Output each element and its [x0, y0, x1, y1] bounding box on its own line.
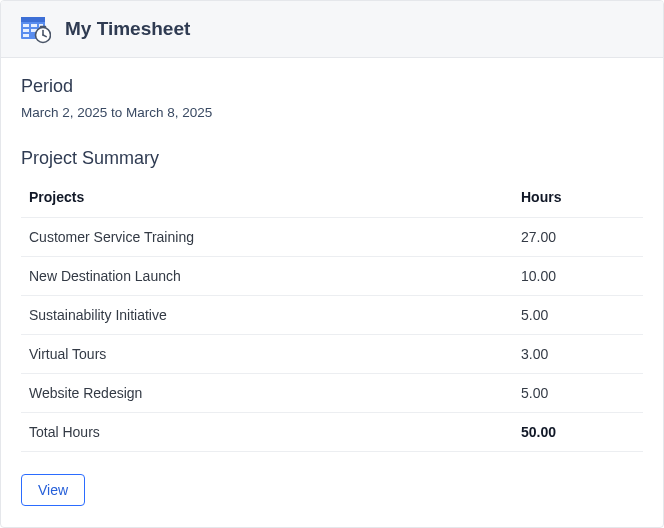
card-title: My Timesheet	[65, 18, 190, 40]
project-hours: 3.00	[513, 335, 643, 374]
card-body: Period March 2, 2025 to March 8, 2025 Pr…	[1, 58, 663, 526]
project-hours: 5.00	[513, 296, 643, 335]
project-hours: 5.00	[513, 374, 643, 413]
table-row: Customer Service Training 27.00	[21, 218, 643, 257]
project-name: Website Redesign	[21, 374, 513, 413]
project-name: Customer Service Training	[21, 218, 513, 257]
table-row: New Destination Launch 10.00	[21, 257, 643, 296]
card-header: My Timesheet	[1, 1, 663, 58]
timesheet-icon	[19, 13, 51, 45]
table-row: Website Redesign 5.00	[21, 374, 643, 413]
project-name: New Destination Launch	[21, 257, 513, 296]
svg-rect-5	[23, 29, 29, 32]
total-label: Total Hours	[21, 413, 513, 452]
table-row: Virtual Tours 3.00	[21, 335, 643, 374]
total-hours: 50.00	[513, 413, 643, 452]
actions: View	[21, 474, 643, 506]
view-button[interactable]: View	[21, 474, 85, 506]
project-hours: 27.00	[513, 218, 643, 257]
svg-rect-3	[31, 24, 37, 27]
table-total-row: Total Hours 50.00	[21, 413, 643, 452]
svg-rect-1	[21, 17, 45, 22]
table-row: Sustainability Initiative 5.00	[21, 296, 643, 335]
project-hours: 10.00	[513, 257, 643, 296]
timesheet-card: My Timesheet Period March 2, 2025 to Mar…	[0, 0, 664, 528]
table-header-row: Projects Hours	[21, 177, 643, 218]
col-hours: Hours	[513, 177, 643, 218]
period-value: March 2, 2025 to March 8, 2025	[21, 105, 643, 120]
project-name: Virtual Tours	[21, 335, 513, 374]
project-summary-title: Project Summary	[21, 148, 643, 169]
svg-rect-7	[23, 34, 29, 37]
project-summary-table: Projects Hours Customer Service Training…	[21, 177, 643, 452]
svg-rect-2	[23, 24, 29, 27]
svg-rect-9	[40, 26, 46, 28]
period-label: Period	[21, 76, 643, 97]
col-projects: Projects	[21, 177, 513, 218]
project-name: Sustainability Initiative	[21, 296, 513, 335]
